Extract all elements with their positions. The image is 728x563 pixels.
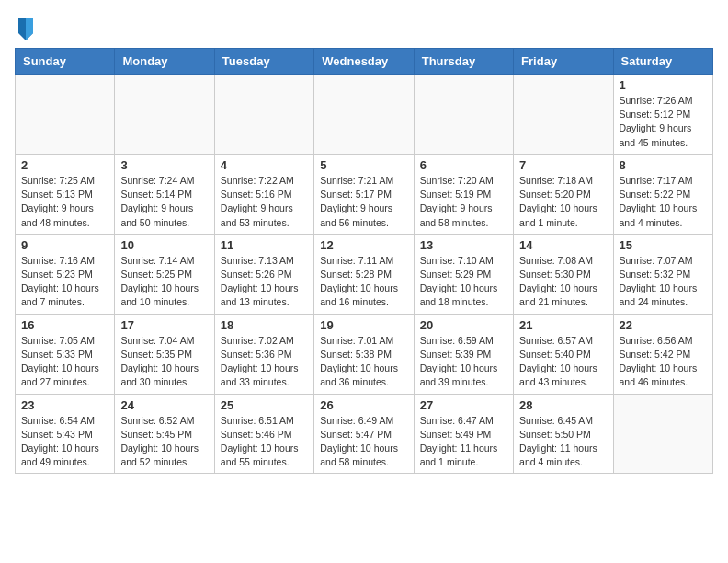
week-row-2: 9Sunrise: 7:16 AM Sunset: 5:23 PM Daylig… <box>16 234 713 314</box>
day-cell <box>16 75 115 155</box>
day-cell: 16Sunrise: 7:05 AM Sunset: 5:33 PM Dayli… <box>16 314 115 394</box>
calendar-header-row: SundayMondayTuesdayWednesdayThursdayFrid… <box>16 49 713 75</box>
day-cell: 5Sunrise: 7:21 AM Sunset: 5:17 PM Daylig… <box>314 154 414 234</box>
svg-marker-1 <box>26 18 33 40</box>
day-number: 20 <box>420 318 507 332</box>
day-number: 7 <box>519 158 607 172</box>
day-number: 12 <box>320 238 407 252</box>
day-cell: 6Sunrise: 7:20 AM Sunset: 5:19 PM Daylig… <box>414 154 513 234</box>
day-cell: 2Sunrise: 7:25 AM Sunset: 5:13 PM Daylig… <box>16 154 115 234</box>
day-number: 14 <box>519 238 607 252</box>
day-info: Sunrise: 6:49 AM Sunset: 5:47 PM Dayligh… <box>320 414 407 470</box>
day-cell: 3Sunrise: 7:24 AM Sunset: 5:14 PM Daylig… <box>115 154 214 234</box>
day-cell: 10Sunrise: 7:14 AM Sunset: 5:25 PM Dayli… <box>115 234 214 314</box>
day-info: Sunrise: 7:02 AM Sunset: 5:36 PM Dayligh… <box>221 334 308 390</box>
day-info: Sunrise: 7:22 AM Sunset: 5:16 PM Dayligh… <box>221 174 308 230</box>
day-info: Sunrise: 7:21 AM Sunset: 5:17 PM Dayligh… <box>320 174 407 230</box>
day-info: Sunrise: 6:45 AM Sunset: 5:50 PM Dayligh… <box>519 414 607 470</box>
day-number: 8 <box>620 158 707 172</box>
day-number: 2 <box>21 158 108 172</box>
day-number: 19 <box>320 318 407 332</box>
day-info: Sunrise: 7:07 AM Sunset: 5:32 PM Dayligh… <box>620 254 707 310</box>
day-number: 5 <box>320 158 407 172</box>
day-number: 18 <box>221 318 308 332</box>
day-number: 28 <box>519 398 607 412</box>
day-info: Sunrise: 7:14 AM Sunset: 5:25 PM Dayligh… <box>120 254 208 310</box>
day-info: Sunrise: 7:05 AM Sunset: 5:33 PM Dayligh… <box>21 334 108 390</box>
day-cell <box>214 75 313 155</box>
calendar-body: 1Sunrise: 7:26 AM Sunset: 5:12 PM Daylig… <box>16 75 713 474</box>
logo-general <box>15 15 35 40</box>
day-header-monday: Monday <box>115 49 214 75</box>
day-number: 22 <box>620 318 707 332</box>
day-number: 9 <box>21 238 108 252</box>
week-row-3: 16Sunrise: 7:05 AM Sunset: 5:33 PM Dayli… <box>16 314 713 394</box>
day-number: 16 <box>21 318 108 332</box>
day-cell <box>115 75 214 155</box>
day-info: Sunrise: 6:47 AM Sunset: 5:49 PM Dayligh… <box>420 414 507 470</box>
day-cell: 11Sunrise: 7:13 AM Sunset: 5:26 PM Dayli… <box>214 234 313 314</box>
day-header-tuesday: Tuesday <box>214 49 313 75</box>
day-number: 26 <box>320 398 407 412</box>
day-cell: 12Sunrise: 7:11 AM Sunset: 5:28 PM Dayli… <box>314 234 414 314</box>
day-cell: 19Sunrise: 7:01 AM Sunset: 5:38 PM Dayli… <box>314 314 414 394</box>
day-cell: 20Sunrise: 6:59 AM Sunset: 5:39 PM Dayli… <box>414 314 513 394</box>
day-cell: 9Sunrise: 7:16 AM Sunset: 5:23 PM Daylig… <box>16 234 115 314</box>
day-info: Sunrise: 7:08 AM Sunset: 5:30 PM Dayligh… <box>519 254 607 310</box>
day-info: Sunrise: 7:20 AM Sunset: 5:19 PM Dayligh… <box>420 174 507 230</box>
day-info: Sunrise: 7:01 AM Sunset: 5:38 PM Dayligh… <box>320 334 407 390</box>
header <box>15 15 713 39</box>
day-cell <box>314 75 414 155</box>
day-number: 6 <box>420 158 507 172</box>
day-cell: 22Sunrise: 6:56 AM Sunset: 5:42 PM Dayli… <box>613 314 712 394</box>
day-cell: 21Sunrise: 6:57 AM Sunset: 5:40 PM Dayli… <box>514 314 613 394</box>
week-row-0: 1Sunrise: 7:26 AM Sunset: 5:12 PM Daylig… <box>16 75 713 155</box>
day-info: Sunrise: 7:11 AM Sunset: 5:28 PM Dayligh… <box>320 254 407 310</box>
day-header-sunday: Sunday <box>16 49 115 75</box>
day-header-saturday: Saturday <box>613 49 712 75</box>
day-info: Sunrise: 6:57 AM Sunset: 5:40 PM Dayligh… <box>519 334 607 390</box>
day-info: Sunrise: 7:17 AM Sunset: 5:22 PM Dayligh… <box>620 174 707 230</box>
day-number: 3 <box>120 158 208 172</box>
day-cell <box>414 75 513 155</box>
day-cell: 23Sunrise: 6:54 AM Sunset: 5:43 PM Dayli… <box>16 394 115 474</box>
day-info: Sunrise: 6:59 AM Sunset: 5:39 PM Dayligh… <box>420 334 507 390</box>
day-cell: 8Sunrise: 7:17 AM Sunset: 5:22 PM Daylig… <box>613 154 712 234</box>
day-info: Sunrise: 6:51 AM Sunset: 5:46 PM Dayligh… <box>221 414 308 470</box>
day-number: 1 <box>620 78 707 92</box>
day-info: Sunrise: 7:18 AM Sunset: 5:20 PM Dayligh… <box>519 174 607 230</box>
logo <box>15 15 35 39</box>
day-number: 25 <box>221 398 308 412</box>
day-number: 21 <box>519 318 607 332</box>
day-info: Sunrise: 6:54 AM Sunset: 5:43 PM Dayligh… <box>21 414 108 470</box>
day-cell <box>514 75 613 155</box>
day-cell: 28Sunrise: 6:45 AM Sunset: 5:50 PM Dayli… <box>514 394 613 474</box>
day-info: Sunrise: 6:52 AM Sunset: 5:45 PM Dayligh… <box>120 414 208 470</box>
day-info: Sunrise: 7:25 AM Sunset: 5:13 PM Dayligh… <box>21 174 108 230</box>
day-cell: 18Sunrise: 7:02 AM Sunset: 5:36 PM Dayli… <box>214 314 313 394</box>
day-number: 13 <box>420 238 507 252</box>
day-cell: 4Sunrise: 7:22 AM Sunset: 5:16 PM Daylig… <box>214 154 313 234</box>
day-cell: 1Sunrise: 7:26 AM Sunset: 5:12 PM Daylig… <box>613 75 712 155</box>
day-info: Sunrise: 7:24 AM Sunset: 5:14 PM Dayligh… <box>120 174 208 230</box>
week-row-4: 23Sunrise: 6:54 AM Sunset: 5:43 PM Dayli… <box>16 394 713 474</box>
day-number: 27 <box>420 398 507 412</box>
day-number: 10 <box>120 238 208 252</box>
day-info: Sunrise: 7:16 AM Sunset: 5:23 PM Dayligh… <box>21 254 108 310</box>
logo-text <box>15 15 35 39</box>
day-header-thursday: Thursday <box>414 49 513 75</box>
day-cell: 27Sunrise: 6:47 AM Sunset: 5:49 PM Dayli… <box>414 394 513 474</box>
day-cell: 25Sunrise: 6:51 AM Sunset: 5:46 PM Dayli… <box>214 394 313 474</box>
day-cell: 26Sunrise: 6:49 AM Sunset: 5:47 PM Dayli… <box>314 394 414 474</box>
day-cell: 15Sunrise: 7:07 AM Sunset: 5:32 PM Dayli… <box>613 234 712 314</box>
logo-icon <box>17 15 35 40</box>
day-cell <box>613 394 712 474</box>
week-row-1: 2Sunrise: 7:25 AM Sunset: 5:13 PM Daylig… <box>16 154 713 234</box>
day-number: 24 <box>120 398 208 412</box>
day-cell: 13Sunrise: 7:10 AM Sunset: 5:29 PM Dayli… <box>414 234 513 314</box>
day-info: Sunrise: 7:26 AM Sunset: 5:12 PM Dayligh… <box>620 94 707 150</box>
day-number: 11 <box>221 238 308 252</box>
day-cell: 17Sunrise: 7:04 AM Sunset: 5:35 PM Dayli… <box>115 314 214 394</box>
day-number: 17 <box>120 318 208 332</box>
day-cell: 24Sunrise: 6:52 AM Sunset: 5:45 PM Dayli… <box>115 394 214 474</box>
